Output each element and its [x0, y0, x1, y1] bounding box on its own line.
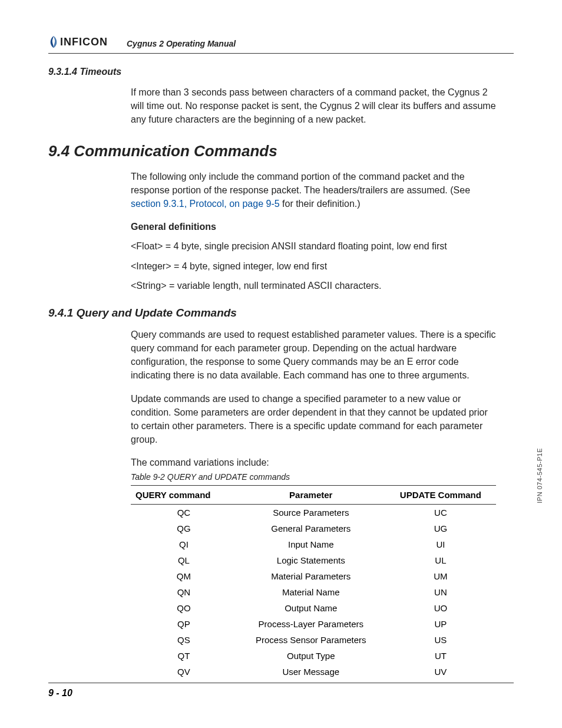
table-cell: Input Name — [237, 536, 385, 552]
table-cell: Process Sensor Parameters — [237, 632, 385, 648]
def-string: <String> = variable length, null termina… — [131, 279, 496, 292]
heading-9-4-1: 9.4.1 Query and Update Commands — [48, 307, 514, 319]
table-row: QLLogic StatementsUL — [131, 552, 496, 568]
table-cell: QP — [131, 616, 237, 632]
table-cell: Output Type — [237, 648, 385, 664]
table-row: QSProcess Sensor ParametersUS — [131, 632, 496, 648]
table-row: QVUser MessageUV — [131, 664, 496, 683]
ipn-label: IPN 074-545-P1E — [536, 448, 543, 503]
table-cell: US — [385, 632, 496, 648]
brand-logo: INFICON — [48, 35, 108, 48]
table-cell: QS — [131, 632, 237, 648]
col-header-query: QUERY command — [131, 485, 237, 504]
table-row: QPProcess-Layer ParametersUP — [131, 616, 496, 632]
para-timeouts: If more than 3 seconds pass between char… — [131, 85, 496, 127]
table-cell: QM — [131, 568, 237, 584]
table-cell: UC — [385, 504, 496, 521]
para-variations: The command variations include: — [131, 456, 496, 469]
table-cell: QL — [131, 552, 237, 568]
table-row: QMMaterial ParametersUM — [131, 568, 496, 584]
table-row: QIInput NameUI — [131, 536, 496, 552]
text-fragment: for their definition.) — [280, 199, 361, 209]
heading-general-definitions: General definitions — [131, 220, 496, 233]
table-cell: User Message — [237, 664, 385, 683]
inficon-logo-icon — [48, 35, 59, 48]
table-cell: QG — [131, 521, 237, 536]
table-cell: UL — [385, 552, 496, 568]
heading-9-4: 9.4 Communication Commands — [48, 142, 514, 160]
table-cell: General Parameters — [237, 521, 385, 536]
heading-9-3-1-4: 9.3.1.4 Timeouts — [48, 67, 514, 77]
text-fragment: The following only include the command p… — [131, 172, 470, 195]
table-cell: Logic Statements — [237, 552, 385, 568]
table-cell: QT — [131, 648, 237, 664]
para-update-desc: Update commands are used to change a spe… — [131, 392, 496, 447]
query-update-table: QUERY command Parameter UPDATE Command Q… — [131, 485, 496, 683]
table-cell: QO — [131, 600, 237, 616]
table-cell: UT — [385, 648, 496, 664]
page-header: INFICON Cygnus 2 Operating Manual — [48, 35, 514, 54]
table-cell: QC — [131, 504, 237, 521]
table-cell: Process-Layer Parameters — [237, 616, 385, 632]
document-title: Cygnus 2 Operating Manual — [127, 39, 236, 48]
page-number: 9 - 10 — [48, 688, 72, 698]
table-header-row: QUERY command Parameter UPDATE Command — [131, 485, 496, 504]
table-cell: QI — [131, 536, 237, 552]
link-section-9-3-1[interactable]: section 9.3.1, Protocol, on page 9-5 — [131, 199, 280, 209]
table-row: QGGeneral ParametersUG — [131, 521, 496, 536]
table-row: QNMaterial NameUN — [131, 584, 496, 600]
table-cell: QV — [131, 664, 237, 683]
table-cell: UN — [385, 584, 496, 600]
table-cell: UM — [385, 568, 496, 584]
col-header-update: UPDATE Command — [385, 485, 496, 504]
table-cell: Source Parameters — [237, 504, 385, 521]
table-cell: UG — [385, 521, 496, 536]
col-header-parameter: Parameter — [237, 485, 385, 504]
table-cell: Material Parameters — [237, 568, 385, 584]
table-cell: UO — [385, 600, 496, 616]
para-query-desc: Query commands are used to request estab… — [131, 328, 496, 383]
table-cell: UP — [385, 616, 496, 632]
brand-name: INFICON — [60, 36, 108, 48]
table-cell: Material Name — [237, 584, 385, 600]
table-caption: Table 9-2 QUERY and UPDATE commands — [131, 472, 514, 482]
def-integer: <Integer> = 4 byte, signed integer, low … — [131, 259, 496, 273]
table-row: QOOutput NameUO — [131, 600, 496, 616]
table-row: QCSource ParametersUC — [131, 504, 496, 521]
table-row: QTOutput TypeUT — [131, 648, 496, 664]
table-cell: UI — [385, 536, 496, 552]
page-footer: 9 - 10 — [48, 683, 514, 699]
table-cell: Output Name — [237, 600, 385, 616]
def-float: <Float> = 4 byte, single precision ANSII… — [131, 239, 496, 253]
para-94-intro: The following only include the command p… — [131, 170, 496, 211]
table-cell: UV — [385, 664, 496, 683]
table-cell: QN — [131, 584, 237, 600]
